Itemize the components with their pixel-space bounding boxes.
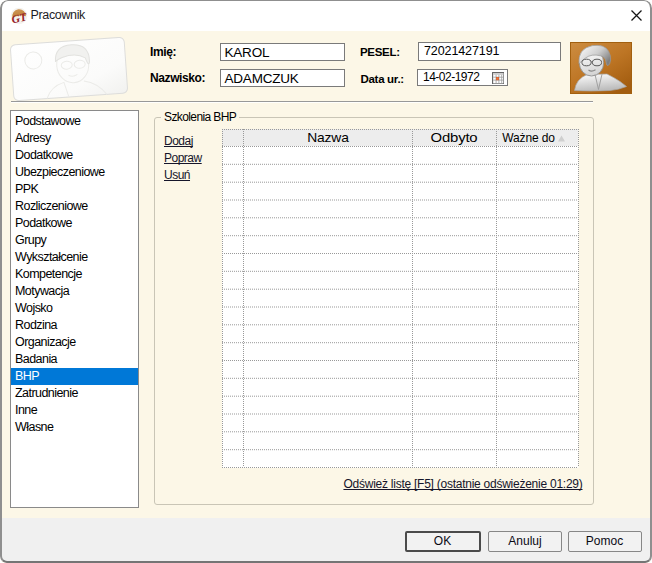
svg-text:GT: GT bbox=[10, 10, 28, 25]
svg-text:Ważne do: Ważne do bbox=[502, 130, 555, 145]
svg-text:Nazwa: Nazwa bbox=[307, 130, 349, 145]
svg-text:Odbyto: Odbyto bbox=[431, 130, 478, 145]
